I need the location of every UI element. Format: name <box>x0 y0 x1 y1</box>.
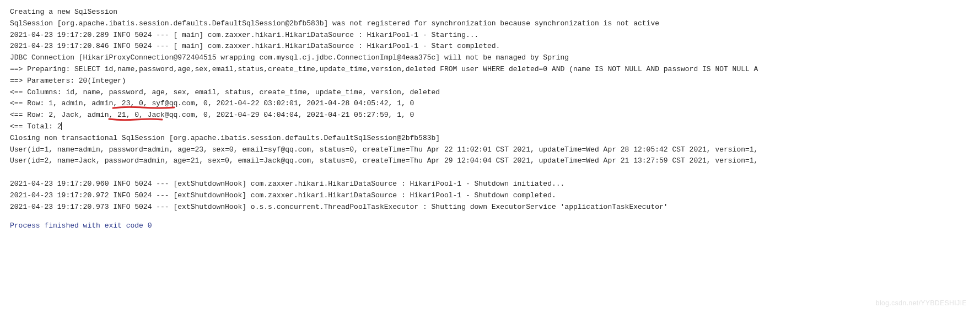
blank-line <box>10 167 970 179</box>
text-cursor <box>61 122 62 130</box>
log-line: <== Columns: id, name, password, age, se… <box>10 87 970 99</box>
log-total: <== Total: 2 <box>10 121 970 133</box>
log-row-1: <== Row: 1, admin, admin, 23, 0, syf@qq.… <box>10 98 970 110</box>
log-line: Closing non transactional SqlSession [or… <box>10 133 970 144</box>
log-line: User(id=2, name=Jack, password=admin, ag… <box>10 155 970 167</box>
process-exit-line: Process finished with exit code 0 <box>10 220 970 232</box>
total-text: <== Total: 2 <box>10 122 62 131</box>
log-line: 2021-04-23 19:17:20.973 INFO 5024 --- [e… <box>10 202 970 213</box>
log-line: 2021-04-23 19:17:20.972 INFO 5024 --- [e… <box>10 190 970 202</box>
log-row-2: <== Row: 2, Jack, admin, 21, 0, Jack@qq.… <box>10 110 970 121</box>
row-text: <== Row: 1, admin, <box>10 99 91 107</box>
row-text: 0, Jack@qq.com, 0, 2021-04-29 04:04:04, … <box>130 111 414 119</box>
log-line: ==> Preparing: SELECT id,name,password,a… <box>10 64 970 75</box>
log-line: Creating a new SqlSession <box>10 7 970 18</box>
log-line: SqlSession [org.apache.ibatis.session.de… <box>10 18 970 30</box>
row-highlight-text: admin, 23, 0 <box>91 99 143 107</box>
row-text: <== Row: 2, Jack, <box>10 111 87 119</box>
console-output: Creating a new SqlSession SqlSession [or… <box>10 7 970 232</box>
log-line: 2021-04-23 19:17:20.960 INFO 5024 --- [e… <box>10 179 970 190</box>
log-line: ==> Parameters: 20(Integer) <box>10 75 970 87</box>
row-highlight-text: admin, 21, <box>87 111 130 119</box>
log-line: 2021-04-23 19:17:20.846 INFO 5024 --- [ … <box>10 41 970 52</box>
log-line: User(id=1, name=admin, password=admin, a… <box>10 144 970 156</box>
log-line: 2021-04-23 19:17:20.289 INFO 5024 --- [ … <box>10 30 970 41</box>
row-text: , syf@qq.com, 0, 2021-04-22 03:02:01, 20… <box>143 99 414 107</box>
log-line: JDBC Connection [HikariProxyConnection@9… <box>10 52 970 64</box>
